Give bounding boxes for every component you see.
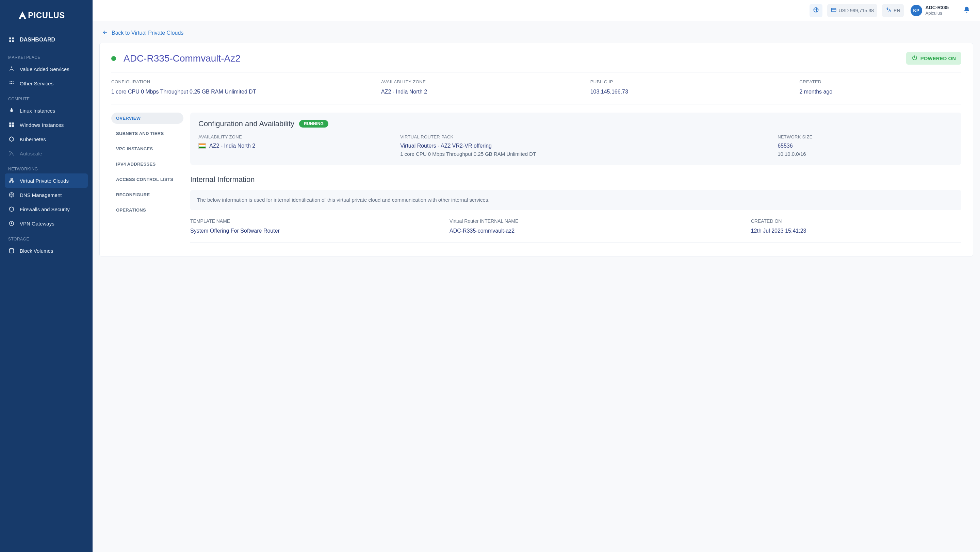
- summary-az-label: AVAILABILITY ZONE: [381, 79, 584, 84]
- svg-point-5: [11, 67, 12, 68]
- cfg-ns-label: NETWORK SIZE: [778, 134, 953, 140]
- sidebar-item-vpn-gateways[interactable]: VPN Gateways: [0, 216, 92, 231]
- kubernetes-icon: [8, 136, 15, 143]
- internal-created-label: CREATED ON: [751, 218, 961, 224]
- summary-ip-label: PUBLIC IP: [590, 79, 793, 84]
- sidebar-item-other-services[interactable]: Other Services: [0, 76, 92, 90]
- services-icon: [8, 66, 15, 73]
- internal-created-value: 12th Jul 2023 15:41:23: [751, 228, 961, 234]
- summary-az-value: AZ2 - India North 2: [381, 88, 584, 96]
- arrow-left-icon: [102, 29, 108, 37]
- svg-rect-19: [12, 182, 14, 183]
- svg-point-21: [11, 223, 12, 224]
- region-button[interactable]: [810, 4, 822, 17]
- svg-marker-16: [10, 137, 14, 141]
- subnav: OVERVIEW SUBNETS AND TIERS VPC INSTANCES…: [111, 113, 183, 243]
- sidebar-item-linux-instances[interactable]: Linux Instances: [0, 103, 92, 118]
- subnav-access-control-lists[interactable]: ACCESS CONTROL LISTS: [111, 174, 183, 185]
- user-org-name: Apiculus: [926, 11, 949, 16]
- sidebar-section-networking: NETWORKING: [0, 160, 92, 173]
- firewall-icon: [8, 206, 15, 213]
- volumes-icon: [8, 247, 15, 254]
- cfg-vrp-label: VIRTUAL ROUTER PACK: [400, 134, 771, 140]
- svg-point-6: [10, 81, 11, 82]
- subnav-overview[interactable]: OVERVIEW: [111, 113, 183, 124]
- internal-info-description: The below information is used for intern…: [190, 190, 961, 210]
- subnav-operations[interactable]: OPERATIONS: [111, 205, 183, 216]
- svg-point-11: [13, 83, 14, 84]
- svg-text:PICULUS: PICULUS: [28, 11, 65, 20]
- sidebar-item-dashboard[interactable]: DASHBOARD: [0, 33, 92, 47]
- cfg-az-value: AZ2 - India North 2: [209, 143, 255, 149]
- config-panel-title: Configuration and Availability: [198, 119, 294, 128]
- sidebar-item-firewalls-security[interactable]: Firewalls and Security: [0, 202, 92, 216]
- svg-rect-3: [9, 40, 11, 42]
- svg-rect-15: [12, 125, 14, 127]
- notifications-button[interactable]: [963, 6, 970, 15]
- sidebar-section-compute: COMPUTE: [0, 90, 92, 103]
- vpc-detail-card: ADC-R335-Commvault-Az2 POWERED ON CONFIG…: [99, 43, 973, 257]
- svg-point-8: [13, 81, 14, 82]
- grid-icon: [8, 80, 15, 87]
- language-selector[interactable]: EN: [882, 4, 904, 17]
- vpn-icon: [8, 220, 15, 227]
- status-dot: [111, 56, 116, 61]
- cfg-ns-value: 65536: [778, 143, 953, 149]
- subnav-reconfigure[interactable]: RECONFIGURE: [111, 189, 183, 200]
- subnav-subnets-tiers[interactable]: SUBNETS AND TIERS: [111, 128, 183, 139]
- cfg-vrp-value: Virtual Routers - AZ2 VR2-VR offering: [400, 143, 771, 149]
- subnav-vpc-instances[interactable]: VPC INSTANCES: [111, 143, 183, 154]
- balance-chip[interactable]: USD 999,715.38: [827, 4, 878, 17]
- autoscale-icon: [8, 150, 15, 157]
- summary-ip-value: 103.145.166.73: [590, 88, 793, 96]
- cfg-az-label: AVAILABILITY ZONE: [198, 134, 393, 140]
- svg-point-10: [11, 83, 12, 84]
- internal-template-label: TEMPLATE NAME: [190, 218, 443, 224]
- running-pill: RUNNING: [299, 120, 328, 127]
- sidebar-section-marketplace: MARKETPLACE: [0, 49, 92, 62]
- sidebar-item-value-added-services[interactable]: Value Added Services: [0, 62, 92, 76]
- summary-config-label: CONFIGURATION: [111, 79, 374, 84]
- svg-rect-24: [831, 8, 836, 12]
- sidebar-item-virtual-private-clouds[interactable]: Virtual Private Clouds: [5, 173, 88, 188]
- summary-config-value: 1 core CPU 0 Mbps Throughput 0.25 GB RAM…: [111, 88, 374, 96]
- sidebar-item-autoscale[interactable]: Autoscale: [0, 146, 92, 160]
- svg-rect-17: [11, 178, 13, 179]
- summary-created-value: 2 months ago: [799, 88, 961, 96]
- avatar: KP: [911, 5, 922, 16]
- topbar: USD 999,715.38 EN KP ADC-R335 Apiculus: [92, 0, 980, 21]
- wallet-icon: [830, 7, 837, 14]
- subnav-ipv4-addresses[interactable]: IPV4 ADDRESSES: [111, 159, 183, 170]
- windows-icon: [8, 121, 15, 128]
- svg-point-22: [10, 248, 14, 250]
- sidebar-item-windows-instances[interactable]: Windows Instances: [0, 118, 92, 132]
- dashboard-icon: [8, 36, 15, 43]
- internal-vr-label: Virtual Router INTERNAL NAME: [450, 218, 744, 224]
- power-status-badge[interactable]: POWERED ON: [906, 52, 961, 65]
- svg-rect-2: [12, 37, 14, 39]
- globe-icon: [8, 192, 15, 198]
- sidebar-section-storage: STORAGE: [0, 231, 92, 244]
- sidebar-item-block-volumes[interactable]: Block Volumes: [0, 244, 92, 258]
- internal-info-title: Internal Information: [190, 175, 961, 184]
- user-menu[interactable]: KP ADC-R335 Apiculus: [911, 5, 949, 16]
- svg-rect-4: [12, 40, 14, 42]
- cfg-ns-sub: 10.10.0.0/16: [778, 151, 953, 157]
- user-account-id: ADC-R335: [926, 5, 949, 11]
- svg-rect-1: [9, 37, 11, 39]
- svg-rect-13: [12, 122, 14, 124]
- language-code: EN: [894, 8, 900, 13]
- globe-icon: [813, 7, 819, 14]
- sidebar-item-kubernetes[interactable]: Kubernetes: [0, 132, 92, 146]
- page-title: ADC-R335-Commvault-Az2: [124, 53, 240, 64]
- internal-vr-value: ADC-R335-commvault-az2: [450, 228, 744, 234]
- sidebar-item-dns-management[interactable]: DNS Management: [0, 188, 92, 202]
- linux-icon: [8, 107, 15, 114]
- back-link[interactable]: Back to Virtual Private Clouds: [102, 29, 183, 37]
- cfg-vrp-sub: 1 core CPU 0 Mbps Throughput 0.25 GB RAM…: [400, 151, 771, 157]
- svg-point-7: [11, 81, 12, 82]
- india-flag-icon: [198, 143, 206, 149]
- config-availability-panel: Configuration and Availability RUNNING A…: [190, 113, 961, 165]
- svg-rect-14: [9, 125, 11, 127]
- sidebar: PICULUS DASHBOARD MARKETPLACE Value Adde…: [0, 0, 92, 552]
